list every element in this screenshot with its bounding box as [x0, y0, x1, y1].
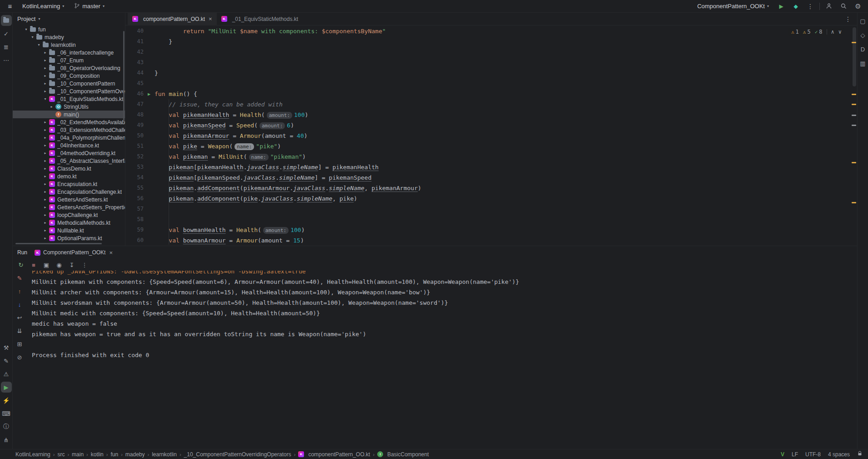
tree-item[interactable]: ▸_08_OperatorOverloading: [13, 64, 125, 72]
tree-expand-arrow[interactable]: ▸: [43, 143, 48, 147]
vcs-branch-widget[interactable]: master ▾: [71, 2, 108, 11]
tree-item[interactable]: ▸K_04a_PolymorphismChallenge.k: [13, 134, 125, 141]
more-tools-button[interactable]: ⋯: [1, 55, 12, 66]
inspection-warning-item[interactable]: ⚠1: [791, 29, 799, 35]
inspection-ok-item[interactable]: ✓8: [815, 29, 823, 35]
project-tool-button[interactable]: [1, 15, 12, 26]
inspection-warning-item[interactable]: ⚠5: [803, 29, 811, 35]
project-panel-header[interactable]: Project ▾: [13, 13, 125, 25]
notifications-tool-button[interactable]: ⓘ: [1, 421, 12, 432]
tree-item[interactable]: ▸K_02_ExtendMethodsAvailableFo: [13, 118, 125, 126]
tree-item[interactable]: fmain(): [13, 111, 125, 118]
profiler-button[interactable]: ◉: [54, 260, 65, 270]
tree-expand-arrow[interactable]: ▸: [43, 221, 48, 225]
code-line[interactable]: 48 val pikemanHealth = Health(amount:100…: [125, 110, 857, 120]
run-line-icon[interactable]: ▶: [144, 89, 155, 99]
tree-item[interactable]: ▸_09_Composition: [13, 72, 125, 80]
database-button[interactable]: D: [858, 44, 868, 55]
tree-expand-arrow[interactable]: ▸: [43, 89, 48, 93]
tree-expand-arrow[interactable]: ▸: [43, 128, 48, 132]
ai-assistant-icon[interactable]: ◆: [790, 1, 801, 12]
run-tool-button[interactable]: ▶: [1, 382, 12, 393]
tree-expand-arrow[interactable]: ▸: [43, 190, 48, 194]
tree-item[interactable]: ▸_10_ComponentPattern: [13, 80, 125, 87]
prev-problem-button[interactable]: ∧: [831, 29, 834, 35]
structure-tool-button[interactable]: ≣: [1, 41, 12, 52]
tree-item[interactable]: ▸KloopChallenge.kt: [13, 211, 125, 219]
tab-options-button[interactable]: ⋮: [843, 14, 853, 25]
version-control-tool-button[interactable]: ⋔: [1, 434, 12, 445]
tree-expand-arrow[interactable]: ▸: [43, 166, 48, 171]
tree-expand-arrow[interactable]: ▸: [43, 236, 48, 240]
tree-item[interactable]: ▸KClassDemo.kt: [13, 165, 125, 172]
down-stack-trace-button[interactable]: ↓: [15, 300, 24, 309]
code-line[interactable]: 41 }: [125, 36, 857, 47]
editor-scrollbar[interactable]: [853, 27, 856, 86]
code-line[interactable]: 53 pikeman[pikemanHealth.javaClass.simpl…: [125, 162, 857, 172]
next-problem-button[interactable]: ∨: [838, 29, 842, 35]
tree-collapse-arrow[interactable]: ▾: [30, 35, 35, 39]
console-more-button[interactable]: ⋮: [79, 260, 90, 270]
tree-item[interactable]: ▾madeby: [13, 33, 125, 41]
tree-item[interactable]: ▸_07_Enum: [13, 56, 125, 64]
tree-item[interactable]: ▸_06_interfacechallenge: [13, 49, 125, 56]
encoding-indicator[interactable]: UTF-8: [805, 451, 821, 458]
tree-item[interactable]: ▸Kdemo.kt: [13, 172, 125, 180]
tree-expand-arrow[interactable]: ▸: [43, 66, 48, 70]
breadcrumb-item[interactable]: _10_ComponentPatternOverridingOperators: [184, 451, 291, 458]
tree-item[interactable]: ▸K_04methodOverriding.kt: [13, 149, 125, 157]
line-ending-indicator[interactable]: LF: [792, 451, 798, 458]
close-icon[interactable]: ×: [209, 15, 212, 22]
code-line[interactable]: 51 val pike = Weapon(name:"pike"): [125, 141, 857, 151]
tree-expand-arrow[interactable]: ▸: [43, 205, 48, 209]
tree-item[interactable]: ▸_10_ComponentPatternOverridin: [13, 87, 125, 95]
tree-expand-arrow[interactable]: ▸: [43, 50, 48, 55]
tree-expand-arrow[interactable]: ▸: [43, 58, 48, 62]
breadcrumb-item[interactable]: src: [57, 451, 65, 458]
code-line[interactable]: 54 pikeman[pikemanSpeed.javaClass.simple…: [125, 172, 857, 183]
tree-item[interactable]: ▸KNulllable.kt: [13, 227, 125, 234]
code-line[interactable]: 45: [125, 78, 857, 89]
vim-icon[interactable]: V: [781, 451, 784, 458]
code-line[interactable]: 44}: [125, 68, 857, 78]
lock-icon[interactable]: [857, 451, 863, 458]
main-menu-button[interactable]: ≡: [5, 1, 15, 12]
tree-item[interactable]: ▸KOptionalParams.kt: [13, 234, 125, 242]
editor-tab[interactable]: KcomponentPattern_OO.kt×: [128, 13, 217, 25]
breadcrumb-item[interactable]: madeby: [125, 451, 145, 458]
breadcrumb-item[interactable]: main: [72, 451, 84, 458]
tree-collapse-arrow[interactable]: ▾: [43, 97, 48, 101]
build-tool-button[interactable]: ⚒: [1, 342, 12, 353]
settings-gear-icon[interactable]: ⚙: [853, 1, 863, 12]
code-line[interactable]: 59 val bowmanHealth = Health(amount:100): [125, 225, 857, 235]
tree-item[interactable]: ▾learnkotlin: [13, 41, 125, 49]
project-horizontal-scrollbar[interactable]: [15, 243, 102, 244]
layout-settings-button[interactable]: ▢: [858, 15, 868, 26]
code-line[interactable]: 58: [125, 214, 857, 225]
tree-item[interactable]: ▸KGettersAndSetters.kt: [13, 196, 125, 203]
clear-console-button[interactable]: ⊘: [15, 353, 24, 362]
breadcrumb-item[interactable]: fun: [110, 451, 118, 458]
coverage-button[interactable]: ▣: [41, 260, 52, 270]
breadcrumb-item[interactable]: KotlinLearning: [15, 451, 50, 458]
console-settings-button[interactable]: ✎: [15, 273, 24, 282]
tree-item[interactable]: ▸K_04Inheritance.kt: [13, 141, 125, 149]
scroll-to-end-button[interactable]: ⇊: [15, 326, 24, 335]
breadcrumb-item[interactable]: IBasicComponent: [377, 451, 429, 458]
tree-item[interactable]: ▸KEncapsulation.kt: [13, 180, 125, 188]
tree-item[interactable]: ▾K_01_EquivStaticMethods.kt: [13, 95, 125, 103]
indent-indicator[interactable]: 4 spaces: [828, 451, 850, 458]
print-console-button[interactable]: ⊞: [15, 339, 24, 348]
code-line[interactable]: 60 val bowmanArmour = Armour(amount = 15…: [125, 235, 857, 246]
tree-item[interactable]: ▸KGettersAndSetters_Properties.: [13, 203, 125, 211]
project-vertical-scrollbar[interactable]: [123, 31, 125, 122]
tree-expand-arrow[interactable]: ▸: [43, 136, 48, 140]
run-button[interactable]: ▶: [776, 1, 787, 12]
soft-wrap-button[interactable]: ↩: [15, 313, 24, 322]
breadcrumb-item[interactable]: KcomponentPattern_OO.kt: [298, 451, 370, 458]
tree-expand-arrow[interactable]: ▸: [43, 197, 48, 202]
editor-tab[interactable]: K_01_EquivStaticMethods.kt: [217, 13, 303, 25]
tree-expand-arrow[interactable]: ▸: [43, 213, 48, 217]
breadcrumb-item[interactable]: kotlin: [91, 451, 104, 458]
stop-button[interactable]: ■: [28, 260, 39, 270]
